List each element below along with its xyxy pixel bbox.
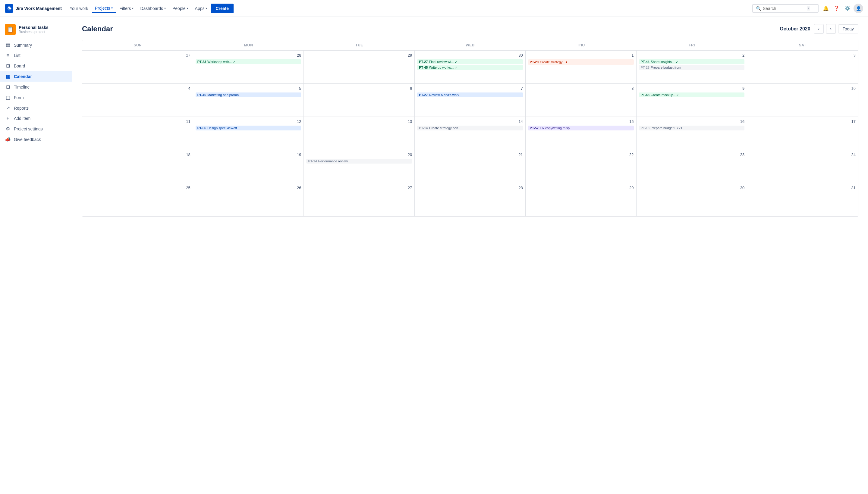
- cal-cell-24[interactable]: 24: [747, 150, 858, 183]
- search-input[interactable]: [763, 6, 805, 11]
- cal-cell-23[interactable]: 23: [636, 150, 747, 183]
- project-icon: 📋: [5, 24, 16, 35]
- cal-cell-29-oct[interactable]: 29: [525, 183, 636, 216]
- cal-cell-13[interactable]: 13: [304, 117, 415, 150]
- task-PT-20-1[interactable]: PT-20 Create strategy.. ●: [528, 59, 634, 65]
- sidebar-item-form[interactable]: ◫ Form: [0, 92, 72, 103]
- calendar-navigation: October 2020 ‹ › Today: [780, 24, 858, 34]
- next-month-button[interactable]: ›: [826, 24, 836, 34]
- day-fri: FRI: [636, 40, 747, 50]
- task-PT-27-30[interactable]: PT-27 Final review w/... ✓: [417, 59, 523, 64]
- sidebar-item-summary[interactable]: ▤ Summary: [0, 40, 72, 50]
- task-PT-14-14[interactable]: PT-14 Create strategy den..: [417, 126, 523, 130]
- cal-cell-5[interactable]: 5 PT-45 Marketing and promo: [193, 84, 304, 117]
- nav-apps[interactable]: Apps ▾: [192, 4, 210, 13]
- task-PT-56-12[interactable]: PT-56 Design spec kick-off: [196, 126, 301, 130]
- cal-cell-20[interactable]: 20 PT-14 Performance review: [304, 150, 415, 183]
- cal-cell-11[interactable]: 11: [82, 117, 193, 150]
- task-PT-23-2[interactable]: PT-23 Prepare budget from: [639, 65, 745, 70]
- nav-people[interactable]: People ▾: [169, 4, 191, 13]
- sidebar-item-reports[interactable]: ↗ Reports: [0, 103, 72, 113]
- give-feedback-icon: 📣: [5, 136, 11, 142]
- cal-cell-31[interactable]: 31: [747, 183, 858, 216]
- cal-cell-28[interactable]: 28 PT-23 Workshop with... ✓: [193, 51, 304, 83]
- date-number: 22: [528, 152, 634, 157]
- date-number: 28: [417, 186, 523, 190]
- task-PT-23-28[interactable]: PT-23 Workshop with... ✓: [196, 59, 301, 64]
- cal-cell-6[interactable]: 6: [304, 84, 415, 117]
- cal-cell-14[interactable]: 14 PT-14 Create strategy den..: [415, 117, 525, 150]
- day-thu: THU: [525, 40, 636, 50]
- sidebar: 📋 Personal tasks Business project ▤ Summ…: [0, 17, 72, 494]
- app-name: Jira Work Management: [16, 6, 62, 11]
- day-mon: MON: [193, 40, 304, 50]
- task-PT-27-7[interactable]: PT-27 Review Alana's work: [417, 93, 523, 97]
- date-number: 30: [417, 53, 523, 58]
- task-PT-48-9[interactable]: PT-48 Create mockup.. ✓: [639, 93, 745, 97]
- cal-cell-22[interactable]: 22: [525, 150, 636, 183]
- date-number: 27: [85, 53, 190, 58]
- sidebar-item-timeline[interactable]: ⊟ Timeline: [0, 82, 72, 92]
- user-avatar[interactable]: 👤: [853, 4, 863, 13]
- sidebar-item-calendar[interactable]: ▦ Calendar: [0, 71, 72, 82]
- help-button[interactable]: ❓: [832, 4, 842, 13]
- calendar-month: October 2020: [780, 26, 810, 32]
- task-PT-45-5[interactable]: PT-45 Marketing and promo: [196, 93, 301, 97]
- sidebar-item-give-feedback[interactable]: 📣 Give feedback: [0, 134, 72, 145]
- notifications-button[interactable]: 🔔: [821, 4, 831, 13]
- cal-cell-1[interactable]: 1 PT-20 Create strategy.. ●: [525, 51, 636, 83]
- cal-cell-12[interactable]: 12 PT-56 Design spec kick-off: [193, 117, 304, 150]
- calendar-weeks: 27 28 PT-23 Workshop with... ✓ 29: [82, 51, 858, 216]
- sidebar-item-add-item[interactable]: + Add item: [0, 113, 72, 124]
- nav-your-work[interactable]: Your work: [67, 4, 91, 13]
- cal-cell-21[interactable]: 21: [415, 150, 525, 183]
- cal-cell-7[interactable]: 7 PT-27 Review Alana's work: [415, 84, 525, 117]
- cal-cell-17[interactable]: 17: [747, 117, 858, 150]
- search-kbd-hint: /: [807, 6, 810, 11]
- cal-cell-19[interactable]: 19: [193, 150, 304, 183]
- calendar-title: Calendar: [82, 25, 113, 33]
- project-type: Business project: [19, 30, 49, 34]
- cal-cell-8[interactable]: 8: [525, 84, 636, 117]
- nav-dashboards[interactable]: Dashboards ▾: [137, 4, 169, 13]
- cal-cell-2[interactable]: 2 PT-44 Share insights... ✓ PT-23 Prepar…: [636, 51, 747, 83]
- cal-cell-26[interactable]: 26: [193, 183, 304, 216]
- project-name: Personal tasks: [19, 25, 49, 30]
- people-chevron-icon: ▾: [187, 7, 188, 10]
- task-PT-18-16[interactable]: PT-18 Prepare budget FY21: [639, 126, 745, 130]
- nav-projects[interactable]: Projects ▾: [92, 4, 116, 13]
- sidebar-item-project-settings[interactable]: ⚙ Project settings: [0, 124, 72, 134]
- create-button[interactable]: Create: [211, 4, 234, 13]
- cal-cell-30[interactable]: 30 PT-27 Final review w/... ✓ PT-45 Writ…: [415, 51, 525, 83]
- settings-button[interactable]: ⚙️: [843, 4, 852, 13]
- task-PT-44-2[interactable]: PT-44 Share insights... ✓: [639, 59, 745, 64]
- sidebar-item-list[interactable]: ≡ List: [0, 50, 72, 60]
- search-box[interactable]: 🔍 /: [752, 4, 818, 13]
- cal-cell-30-oct[interactable]: 30: [636, 183, 747, 216]
- cal-cell-15[interactable]: 15 PT-57 Fix copywriting misp: [525, 117, 636, 150]
- calendar-icon: ▦: [5, 74, 11, 79]
- top-navigation: Jira Work Management Your work Projects …: [0, 0, 868, 17]
- cal-cell-9[interactable]: 9 PT-48 Create mockup.. ✓: [636, 84, 747, 117]
- cal-cell-4[interactable]: 4: [82, 84, 193, 117]
- sidebar-item-board[interactable]: ⊞ Board: [0, 60, 72, 71]
- nav-filters[interactable]: Filters ▾: [116, 4, 136, 13]
- today-button[interactable]: Today: [838, 24, 858, 34]
- date-number: 20: [306, 152, 412, 157]
- date-number: 8: [528, 86, 634, 91]
- cal-cell-18[interactable]: 18: [82, 150, 193, 183]
- cal-cell-27[interactable]: 27: [304, 183, 415, 216]
- day-tue: TUE: [304, 40, 415, 50]
- task-PT-57-15[interactable]: PT-57 Fix copywriting misp: [528, 126, 634, 130]
- form-icon: ◫: [5, 95, 11, 100]
- task-PT-45-30[interactable]: PT-45 Write up works... ✓: [417, 65, 523, 70]
- cal-cell-16[interactable]: 16 PT-18 Prepare budget FY21: [636, 117, 747, 150]
- date-number: 7: [417, 86, 523, 91]
- cal-cell-25[interactable]: 25: [82, 183, 193, 216]
- cal-cell-29[interactable]: 29: [304, 51, 415, 83]
- task-PT-14-20[interactable]: PT-14 Performance review: [306, 159, 412, 164]
- cal-cell-10: 10: [747, 84, 858, 117]
- app-logo[interactable]: Jira Work Management: [5, 4, 62, 13]
- prev-month-button[interactable]: ‹: [814, 24, 824, 34]
- cal-cell-28-oct[interactable]: 28: [415, 183, 525, 216]
